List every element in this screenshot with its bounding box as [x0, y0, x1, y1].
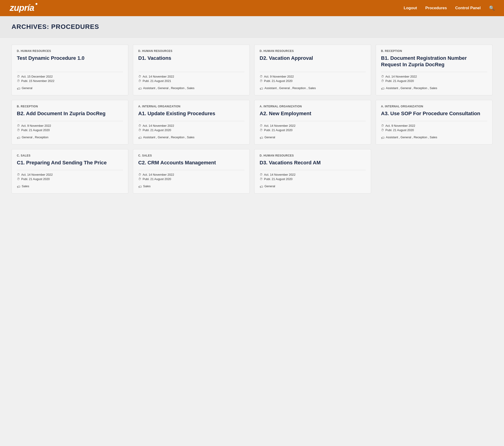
card-publ-date: ⏱ Publ. 21 August 2020	[17, 177, 123, 181]
svg-text:zupría: zupría	[9, 3, 34, 13]
card-act-date: ⏱ Act. 14 November 2022	[138, 124, 244, 128]
procedure-card-3[interactable]: D. HUMAN RESOURCES D2. Vacation Approval…	[254, 45, 371, 95]
card-title: A2. New Employment	[260, 110, 366, 117]
procedure-card-5[interactable]: B. RECEPTION B2. Add Document In Zupría …	[12, 100, 128, 145]
card-meta: ⏱ Act. 14 November 2022 ⏱ Publ. 21 Augus…	[381, 72, 487, 84]
procedure-card-2[interactable]: D. HUMAN RESOURCES D1. Vacations ⏱ Act. …	[133, 45, 250, 95]
card-tags: 🏷 Assistant , General , Reception , Sale…	[138, 135, 244, 140]
card-meta: ⏱ Act. 14 November 2022 ⏱ Publ. 21 Augus…	[260, 121, 366, 133]
card-act-date: ⏱ Act. 14 November 2022	[138, 173, 244, 176]
card-publ-date: ⏱ Publ. 15 November 2022	[17, 79, 123, 83]
card-title: D2. Vacation Approval	[260, 55, 366, 68]
clock-icon: ⏱	[17, 173, 20, 176]
svg-point-1	[36, 3, 37, 5]
card-category: B. RECEPTION	[17, 105, 123, 108]
card-publ-date: ⏱ Publ. 21 August 2020	[260, 177, 366, 181]
tag-icon: 🏷	[381, 87, 384, 91]
tag-icon: 🏷	[381, 136, 384, 140]
clock-icon-2: ⏱	[138, 79, 141, 83]
procedure-card-8[interactable]: A. INTERNAL ORGANIZATION A3. Use SOP For…	[376, 100, 492, 145]
card-category: D. HUMAN RESOURCES	[260, 49, 366, 53]
card-tags: 🏷 Assistant , General , Reception , Sale…	[381, 86, 487, 91]
card-publ-date: ⏱ Publ. 21 August 2021	[138, 79, 244, 83]
card-title: C2. CRM Accounts Management	[138, 160, 244, 166]
card-act-date: ⏱ Act. 9 November 2022	[381, 124, 487, 128]
card-tags: 🏷 General	[17, 86, 123, 91]
tag-icon: 🏷	[138, 87, 142, 91]
card-title: D3. Vacations Record AM	[260, 160, 366, 166]
procedures-grid: D. HUMAN RESOURCES Test Dynamic Procedur…	[0, 38, 504, 200]
tag-icon: 🏷	[17, 87, 20, 91]
card-publ-date: ⏱ Publ. 21 August 2020	[138, 128, 244, 132]
page-title: ARCHIVES: PROCEDURES	[12, 23, 492, 31]
card-category: C. SALES	[138, 154, 244, 157]
procedure-card-11[interactable]: D. HUMAN RESOURCES D3. Vacations Record …	[254, 149, 371, 194]
card-act-date: ⏱ Act. 9 November 2022	[260, 75, 366, 78]
clock-icon: ⏱	[260, 173, 263, 176]
card-meta: ⏱ Act. 15 December 2022 ⏱ Publ. 15 Novem…	[17, 72, 123, 84]
clock-icon-2: ⏱	[17, 177, 20, 181]
procedure-card-10[interactable]: C. SALES C2. CRM Accounts Management ⏱ A…	[133, 149, 250, 194]
card-category: B. RECEPTION	[381, 49, 487, 53]
card-category: D. HUMAN RESOURCES	[260, 154, 366, 157]
card-meta: ⏱ Act. 14 November 2022 ⏱ Publ. 21 Augus…	[260, 170, 366, 182]
card-act-date: ⏱ Act. 14 November 2022	[260, 124, 366, 128]
card-title: A3. Use SOP For Procedure Consultation	[381, 110, 487, 117]
clock-icon: ⏱	[381, 124, 384, 128]
card-publ-date: ⏱ Publ. 21 August 2020	[138, 177, 244, 181]
clock-icon-2: ⏱	[260, 79, 263, 83]
clock-icon-2: ⏱	[17, 79, 20, 83]
card-publ-date: ⏱ Publ. 21 August 2020	[260, 79, 366, 83]
clock-icon: ⏱	[260, 124, 263, 128]
clock-icon: ⏱	[138, 124, 141, 128]
card-tags: 🏷 Sales	[17, 185, 123, 189]
page-title-bar: ARCHIVES: PROCEDURES	[0, 16, 504, 38]
card-act-date: ⏱ Act. 9 November 2022	[17, 124, 123, 128]
clock-icon: ⏱	[381, 75, 384, 78]
clock-icon: ⏱	[17, 124, 20, 128]
clock-icon-2: ⏱	[138, 177, 141, 181]
clock-icon: ⏱	[17, 75, 20, 78]
clock-icon: ⏱	[138, 75, 141, 78]
card-title: B2. Add Document In Zupría DocReg	[17, 110, 123, 117]
card-meta: ⏱ Act. 14 November 2022 ⏱ Publ. 21 Augus…	[138, 121, 244, 133]
header: zupría Logout Procedures Control Panel 🔍	[0, 0, 504, 16]
card-title: C1. Preparing And Sending The Price	[17, 160, 123, 166]
card-act-date: ⏱ Act. 14 November 2022	[381, 75, 487, 78]
card-tags: 🏷 General	[260, 185, 366, 189]
tag-icon: 🏷	[138, 136, 142, 140]
card-title: Test Dynamic Procedure 1.0	[17, 55, 123, 68]
card-meta: ⏱ Act. 14 November 2022 ⏱ Publ. 21 Augus…	[138, 170, 244, 182]
clock-icon-2: ⏱	[17, 128, 20, 132]
procedure-card-1[interactable]: D. HUMAN RESOURCES Test Dynamic Procedur…	[12, 45, 128, 95]
card-act-date: ⏱ Act. 14 November 2022	[260, 173, 366, 176]
clock-icon-2: ⏱	[381, 128, 384, 132]
card-meta: ⏱ Act. 9 November 2022 ⏱ Publ. 21 August…	[260, 72, 366, 84]
procedure-card-7[interactable]: A. INTERNAL ORGANIZATION A2. New Employm…	[254, 100, 371, 145]
search-button[interactable]: 🔍	[489, 5, 495, 11]
procedure-card-4[interactable]: B. RECEPTION B1. Document Registration N…	[376, 45, 492, 95]
procedure-card-9[interactable]: C. SALES C1. Preparing And Sending The P…	[12, 149, 128, 194]
card-title: A1. Update Existing Procedures	[138, 110, 244, 117]
clock-icon: ⏱	[260, 75, 263, 78]
card-category: A. INTERNAL ORGANIZATION	[381, 105, 487, 108]
card-title: B1. Document Registration Number Request…	[381, 55, 487, 68]
procedure-card-6[interactable]: A. INTERNAL ORGANIZATION A1. Update Exis…	[133, 100, 250, 145]
nav-procedures[interactable]: Procedures	[425, 6, 447, 10]
card-meta: ⏱ Act. 9 November 2022 ⏱ Publ. 21 August…	[381, 121, 487, 133]
tag-icon: 🏷	[260, 136, 263, 140]
clock-icon-2: ⏱	[138, 128, 141, 132]
card-publ-date: ⏱ Publ. 21 August 2020	[17, 128, 123, 132]
nav: Logout Procedures Control Panel 🔍	[404, 5, 495, 11]
card-category: D. HUMAN RESOURCES	[17, 49, 123, 53]
card-act-date: ⏱ Act. 14 November 2022	[17, 173, 123, 176]
card-category: C. SALES	[17, 154, 123, 157]
nav-logout[interactable]: Logout	[404, 6, 417, 10]
tag-icon: 🏷	[260, 185, 263, 189]
card-publ-date: ⏱ Publ. 21 August 2020	[381, 79, 487, 83]
clock-icon-2: ⏱	[260, 177, 263, 181]
nav-control-panel[interactable]: Control Panel	[455, 6, 481, 10]
card-category: A. INTERNAL ORGANIZATION	[260, 105, 366, 108]
tag-icon: 🏷	[138, 185, 142, 189]
card-meta: ⏱ Act. 14 November 2022 ⏱ Publ. 21 Augus…	[17, 170, 123, 182]
